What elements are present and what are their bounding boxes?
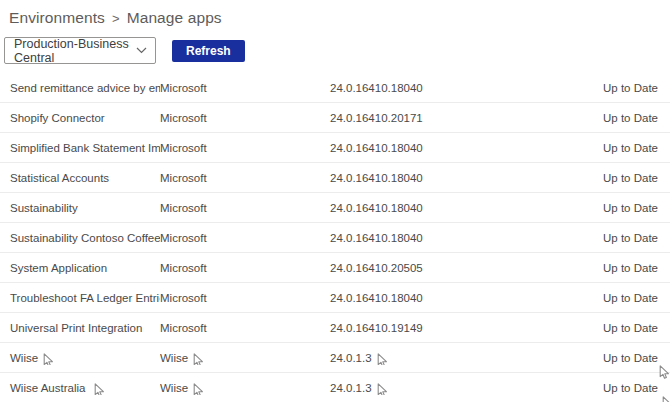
app-status: Up to Date (603, 232, 658, 244)
app-status: Up to Date (603, 202, 658, 214)
table-row[interactable]: Shopify Connector Microsoft 24.0.16410.2… (0, 103, 670, 133)
app-version: 24.0.16410.18040 (330, 202, 423, 214)
table-row[interactable]: Sustainability Contoso Coffee Demo Da Mi… (0, 223, 670, 253)
breadcrumb-separator: > (112, 10, 120, 26)
app-name: Statistical Accounts (10, 172, 109, 184)
app-publisher: Microsoft (160, 202, 207, 214)
table-row[interactable]: Send remittance advice by email Microsof… (0, 73, 670, 103)
app-status: Up to Date (603, 352, 658, 364)
app-version: 24.0.16410.20505 (330, 262, 423, 274)
manage-apps-page: Environments > Manage apps Production-Bu… (0, 0, 670, 402)
app-status: Up to Date (603, 112, 658, 124)
table-row[interactable]: Universal Print Integration Microsoft 24… (0, 313, 670, 343)
app-status: Up to Date (603, 172, 658, 184)
mouse-cursor-icon (193, 383, 204, 395)
mouse-cursor-icon (659, 365, 670, 380)
app-publisher: Microsoft (160, 232, 207, 244)
breadcrumb-manage-apps: Manage apps (127, 9, 222, 27)
app-name: Simplified Bank Statement Import (10, 142, 160, 154)
app-name: System Application (10, 262, 107, 274)
table-row[interactable]: Wiise Australia Wiise 24.0.1.3 Up to Dat… (0, 373, 670, 402)
app-status: Up to Date (603, 322, 658, 334)
app-name: Sustainability Contoso Coffee Demo Da (10, 232, 160, 244)
app-name: Sustainability (10, 202, 78, 214)
app-version: 24.0.16410.19149 (330, 322, 423, 334)
mouse-cursor-icon (662, 396, 670, 402)
mouse-cursor-icon (377, 353, 388, 365)
app-name: Shopify Connector (10, 112, 105, 124)
app-status: Up to Date (603, 82, 658, 94)
app-publisher: Microsoft (160, 322, 207, 334)
app-version: 24.0.1.3 (330, 352, 372, 364)
app-version: 24.0.1.3 (330, 382, 372, 394)
app-version: 24.0.16410.18040 (330, 82, 423, 94)
apps-table: Send remittance advice by email Microsof… (0, 73, 670, 402)
app-publisher: Microsoft (160, 172, 207, 184)
mouse-cursor-icon (193, 353, 204, 365)
app-version: 24.0.16410.18040 (330, 142, 423, 154)
app-name: Wiise Australia (10, 382, 85, 394)
breadcrumb: Environments > Manage apps (0, 0, 670, 27)
table-row[interactable]: Troubleshoot FA Ledger Entries Microsoft… (0, 283, 670, 313)
app-publisher: Microsoft (160, 262, 207, 274)
toolbar: Production-Business Central Refresh (0, 37, 670, 64)
mouse-cursor-icon (377, 383, 388, 395)
app-name: Universal Print Integration (10, 322, 142, 334)
app-version: 24.0.16410.20171 (330, 112, 423, 124)
table-row[interactable]: Statistical Accounts Microsoft 24.0.1641… (0, 163, 670, 193)
chevron-down-icon (136, 47, 147, 54)
table-row[interactable]: Wiise Wiise 24.0.1.3 Up to Date (0, 343, 670, 373)
table-row[interactable]: Sustainability Microsoft 24.0.16410.1804… (0, 193, 670, 223)
app-publisher: Wiise (160, 352, 188, 364)
app-publisher: Microsoft (160, 112, 207, 124)
table-row[interactable]: System Application Microsoft 24.0.16410.… (0, 253, 670, 283)
environment-dropdown[interactable]: Production-Business Central (4, 37, 156, 64)
app-publisher: Microsoft (160, 142, 207, 154)
app-publisher: Microsoft (160, 82, 207, 94)
app-version: 24.0.16410.18040 (330, 232, 423, 244)
app-name: Send remittance advice by email (10, 82, 160, 94)
refresh-button[interactable]: Refresh (172, 40, 245, 62)
mouse-cursor-icon (94, 383, 105, 395)
environment-dropdown-value: Production-Business Central (14, 37, 136, 65)
app-name: Troubleshoot FA Ledger Entries (10, 292, 160, 304)
app-status: Up to Date (603, 262, 658, 274)
app-version: 24.0.16410.18040 (330, 172, 423, 184)
app-status: Up to Date (603, 292, 658, 304)
app-version: 24.0.16410.18040 (330, 292, 423, 304)
app-publisher: Microsoft (160, 292, 207, 304)
app-name: Wiise (10, 352, 38, 364)
mouse-cursor-icon (43, 353, 54, 365)
breadcrumb-environments[interactable]: Environments (9, 9, 105, 27)
table-row[interactable]: Simplified Bank Statement Import Microso… (0, 133, 670, 163)
app-publisher: Wiise (160, 382, 188, 394)
app-status: Up to Date (603, 382, 658, 394)
app-status: Up to Date (603, 142, 658, 154)
